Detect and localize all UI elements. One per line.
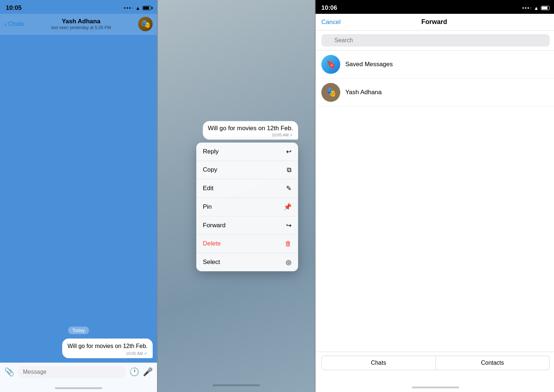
home-bar-3 (412, 387, 459, 388)
forward-wifi-icon: ▲ (534, 5, 539, 11)
forward-header: Cancel Forward (316, 14, 554, 31)
saved-messages-label: Saved Messages (345, 61, 393, 68)
contact-name: Yash Adhana (27, 18, 135, 25)
yash-name-label: Yash Adhana (345, 89, 382, 96)
forward-title: Forward (421, 18, 447, 26)
forward-search-bar: 🔍 (316, 31, 554, 51)
emoji-button[interactable]: 🕐 (129, 367, 139, 377)
saved-messages-avatar: 🔖 (321, 55, 340, 74)
menu-item-delete-label: Delete (203, 240, 221, 247)
avatar[interactable]: 🎭 (138, 17, 153, 31)
status-time: 10:05 (6, 4, 21, 12)
message-time: 10:05 AM (126, 351, 143, 356)
forward-contacts-list: 🔖 Saved Messages 🎭 Yash Adhana (316, 51, 554, 352)
context-check-icon: ✓ (290, 133, 293, 137)
contact-item-saved[interactable]: 🔖 Saved Messages (316, 51, 554, 79)
context-message-text: Will go for movies on 12th Feb. (208, 125, 293, 132)
wifi-icon: ▲ (135, 5, 140, 11)
forward-status-time: 10:06 (321, 4, 337, 12)
home-bar-2 (213, 384, 260, 386)
menu-item-pin-label: Pin (203, 203, 212, 211)
date-badge: Today (4, 327, 153, 333)
context-content: Will go for movies on 12th Feb. 10:05 AM… (174, 121, 298, 271)
menu-item-edit[interactable]: Edit ✎ (196, 179, 298, 198)
forward-home-indicator (316, 381, 554, 392)
home-bar (55, 387, 102, 389)
check-icon: ✓ (144, 351, 148, 356)
yash-avatar: 🎭 (321, 83, 340, 102)
context-panel: Will go for movies on 12th Feb. 10:05 AM… (158, 0, 315, 392)
search-input[interactable] (321, 34, 550, 47)
select-icon: ◎ (286, 258, 292, 266)
attach-button[interactable]: 📎 (4, 367, 14, 377)
forward-battery-icon (541, 6, 550, 10)
status-bar: 10:05 ▲ (0, 0, 157, 14)
message-time-row: 10:05 AM ✓ (67, 351, 148, 356)
menu-item-edit-label: Edit (203, 185, 213, 192)
cancel-button[interactable]: Cancel (321, 19, 341, 26)
signal-icon (124, 7, 133, 9)
forward-icon: ↪ (286, 221, 292, 229)
context-time-row: 10:05 AM ✓ (208, 133, 293, 137)
forward-panel: 10:06 ▲ Cancel Forward 🔍 (316, 0, 554, 392)
input-bar: 📎 🕐 🎤 (0, 363, 157, 381)
yash-avatar-image: 🎭 (325, 87, 336, 97)
battery-icon (142, 6, 151, 10)
context-time: 10:05 AM (272, 133, 289, 137)
back-label: Chats (8, 20, 24, 28)
forward-status-bar: 10:06 ▲ (316, 0, 554, 14)
forward-status-icons: ▲ (522, 5, 550, 11)
context-menu: Reply ↩ Copy ⧉ Edit ✎ Pin 📌 Forward ↪ De… (196, 143, 298, 271)
back-button[interactable]: ‹ Chats (4, 20, 24, 28)
context-message-bubble: Will go for movies on 12th Feb. 10:05 AM… (203, 121, 298, 140)
reply-icon: ↩ (286, 148, 292, 156)
copy-icon: ⧉ (287, 166, 292, 174)
menu-item-delete[interactable]: Delete 🗑 (196, 235, 298, 253)
menu-item-select[interactable]: Select ◎ (196, 253, 298, 271)
contact-item-yash[interactable]: 🎭 Yash Adhana (316, 79, 554, 107)
tab-contacts[interactable]: Contacts (436, 356, 550, 370)
menu-item-reply-label: Reply (203, 148, 218, 155)
avatar-image: 🎭 (138, 17, 153, 31)
tab-chats[interactable]: Chats (321, 356, 436, 370)
context-home-indicator (213, 381, 260, 388)
message-bubble[interactable]: Will go for movies on 12th Feb. 10:05 AM… (62, 339, 153, 358)
menu-item-forward-label: Forward (203, 222, 225, 229)
chat-messages: Today Will go for movies on 12th Feb. 10… (0, 35, 157, 363)
mic-button[interactable]: 🎤 (143, 367, 153, 377)
saved-bookmark-icon: 🔖 (326, 60, 336, 69)
chevron-left-icon: ‹ (4, 20, 7, 28)
chat-header: ‹ Chats Yash Adhana last seen yesterday … (0, 14, 157, 35)
pin-icon: 📌 (284, 203, 292, 211)
search-wrapper: 🔍 (321, 34, 550, 47)
menu-item-copy[interactable]: Copy ⧉ (196, 161, 298, 179)
contact-status: last seen yesterday at 5:26 PM (27, 25, 135, 30)
forward-signal-icon (522, 7, 531, 9)
delete-icon: 🗑 (285, 240, 292, 248)
menu-item-reply[interactable]: Reply ↩ (196, 143, 298, 161)
menu-item-select-label: Select (203, 259, 220, 266)
menu-item-pin[interactable]: Pin 📌 (196, 198, 298, 216)
status-icons: ▲ (124, 5, 151, 11)
home-indicator-area (0, 381, 157, 392)
message-text: Will go for movies on 12th Feb. (67, 342, 148, 350)
edit-icon: ✎ (286, 184, 292, 192)
chat-header-info: Yash Adhana last seen yesterday at 5:26 … (27, 18, 135, 30)
message-input[interactable] (18, 366, 126, 378)
menu-item-forward[interactable]: Forward ↪ (196, 216, 298, 235)
forward-bottom-tabs: Chats Contacts (316, 352, 554, 381)
chat-panel: 10:05 ▲ ‹ Chats Yash Adhana last seen ye… (0, 0, 157, 392)
menu-item-copy-label: Copy (203, 166, 217, 173)
